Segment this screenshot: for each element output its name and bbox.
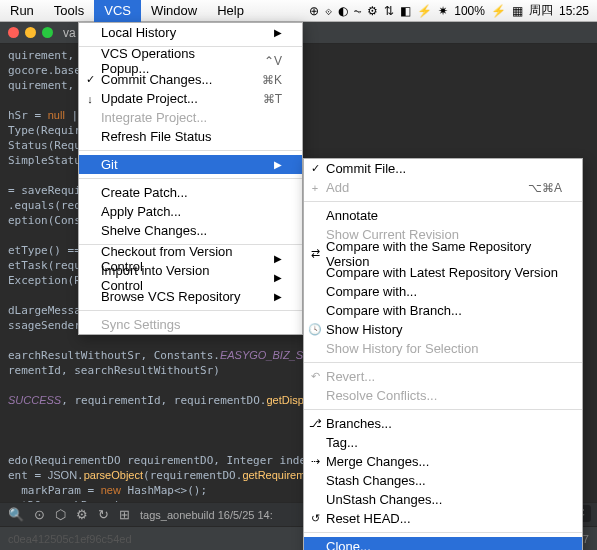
menu-icon: ↶ [308,370,322,383]
menu-item-reset-head[interactable]: ↺Reset HEAD... [304,509,582,528]
menu-icon: ⎇ [308,417,322,430]
charging-icon: ⚡ [491,4,506,18]
menu-item-compare-with[interactable]: Compare with... [304,282,582,301]
menu-run[interactable]: Run [0,0,44,22]
menu-label: Shelve Changes... [101,223,207,238]
menu-item-create-patch[interactable]: Create Patch... [79,183,302,202]
menu-icon: ↓ [83,93,97,105]
shortcut: ⌘T [239,92,282,106]
hex-icon[interactable]: ⬡ [55,507,66,522]
status-icon: ⟐ [325,4,332,18]
macos-menubar: Run Tools VCS Window Help ⊕ ⟐ ◐ ⏦ ⚙ ⇅ ◧ … [0,0,597,22]
menu-item-integrate-project: Integrate Project... [79,108,302,127]
menu-item-stash-changes[interactable]: Stash Changes... [304,471,582,490]
menu-item-import-into-version-control[interactable]: Import into Version Control▶ [79,268,302,287]
menu-label: Tag... [326,435,358,450]
menu-item-clone[interactable]: Clone... [304,537,582,550]
clock-time: 15:25 [559,4,589,18]
minimize-icon[interactable] [25,27,36,38]
menu-item-show-history[interactable]: 🕓Show History [304,320,582,339]
menu-item-compare-with-the-same-repository-version[interactable]: ⇄Compare with the Same Repository Versio… [304,244,582,263]
menu-item-shelve-changes[interactable]: Shelve Changes... [79,221,302,240]
menu-item-show-history-for-selection: Show History for Selection [304,339,582,358]
menu-label: Reset HEAD... [326,511,411,526]
commit-hash: c0ea412505c1ef96c54ed [8,533,132,545]
menu-label: Commit File... [326,161,406,176]
search-icon[interactable]: 🔍 [8,507,24,522]
menu-icon: 🕓 [308,323,322,336]
menu-item-add: +Add⌥⌘A [304,178,582,197]
menu-label: Compare with... [326,284,417,299]
menu-label: Revert... [326,369,375,384]
gear-icon[interactable]: ⚙ [76,507,88,522]
menu-item-tag[interactable]: Tag... [304,433,582,452]
menu-label: Integrate Project... [101,110,207,125]
maximize-icon[interactable] [42,27,53,38]
status-icon: ⚙ [367,4,378,18]
submenu-arrow-icon: ▶ [250,27,282,38]
menu-label: Local History [101,25,176,40]
battery-percent: 100% [454,4,485,18]
shortcut: ⌥⌘A [504,181,562,195]
menu-label: Commit Changes... [101,72,212,87]
menu-item-browse-vcs-repository[interactable]: Browse VCS Repository▶ [79,287,302,306]
menu-window[interactable]: Window [141,0,207,22]
menu-icon: + [308,182,322,194]
target-icon[interactable]: ⊙ [34,507,45,522]
vcs-dropdown: Local History▶VCS Operations Popup...⌃V✓… [78,22,303,335]
menu-label: Sync Settings [101,317,181,332]
close-icon[interactable] [8,27,19,38]
menu-label: Create Patch... [101,185,188,200]
status-icon: ⚡ [417,4,432,18]
menu-vcs[interactable]: VCS [94,0,141,22]
menu-icon: ⇢ [308,455,322,468]
traffic-lights[interactable] [8,27,53,38]
menu-label: UnStash Changes... [326,492,442,507]
refresh-icon[interactable]: ↻ [98,507,109,522]
menu-item-branches[interactable]: ⎇Branches... [304,414,582,433]
git-submenu: ✓Commit File...+Add⌥⌘AAnnotateShow Curre… [303,158,583,550]
menu-item-revert: ↶Revert... [304,367,582,386]
status-icon: ⏦ [354,4,361,18]
menu-label: Add [326,180,349,195]
menu-help[interactable]: Help [207,0,254,22]
status-icon: ◐ [338,4,348,18]
shortcut: ⌘K [238,73,282,87]
menu-item-update-project[interactable]: ↓Update Project...⌘T [79,89,302,108]
menu-item-local-history[interactable]: Local History▶ [79,23,302,42]
menu-tools[interactable]: Tools [44,0,94,22]
menu-item-commit-changes[interactable]: ✓Commit Changes...⌘K [79,70,302,89]
menu-label: Show History [326,322,403,337]
menu-item-compare-with-branch[interactable]: Compare with Branch... [304,301,582,320]
menu-item-unstash-changes[interactable]: UnStash Changes... [304,490,582,509]
menu-label: Update Project... [101,91,198,106]
status-icon: ✷ [438,4,448,18]
menu-label: Resolve Conflicts... [326,388,437,403]
menu-item-apply-patch[interactable]: Apply Patch... [79,202,302,221]
submenu-arrow-icon: ▶ [250,272,282,283]
menu-item-git[interactable]: Git▶ [79,155,302,174]
menu-item-annotate[interactable]: Annotate [304,206,582,225]
menu-item-merge-changes[interactable]: ⇢Merge Changes... [304,452,582,471]
status-icon: ⊕ [309,4,319,18]
menu-item-refresh-file-status[interactable]: Refresh File Status [79,127,302,146]
menu-label: Stash Changes... [326,473,426,488]
submenu-arrow-icon: ▶ [250,253,282,264]
status-icon: ◧ [400,4,411,18]
status-icon: ⇅ [384,4,394,18]
shortcut: ⌃V [240,54,282,68]
menu-label: Annotate [326,208,378,223]
day-label: 周四 [529,2,553,19]
input-flag-icon: ▦ [512,4,523,18]
menu-item-compare-with-latest-repository-version[interactable]: Compare with Latest Repository Version [304,263,582,282]
grid-icon[interactable]: ⊞ [119,507,130,522]
menu-label: Branches... [326,416,392,431]
menu-label: Apply Patch... [101,204,181,219]
menu-label: Browse VCS Repository [101,289,240,304]
submenu-arrow-icon: ▶ [250,159,282,170]
menubar-status: ⊕ ⟐ ◐ ⏦ ⚙ ⇅ ◧ ⚡ ✷ 100% ⚡ ▦ 周四 15:25 [309,2,597,19]
menu-label: Compare with Branch... [326,303,462,318]
menu-icon: ⇄ [308,247,322,260]
menu-item-commit-file[interactable]: ✓Commit File... [304,159,582,178]
menu-item-vcs-operations-popup[interactable]: VCS Operations Popup...⌃V [79,51,302,70]
